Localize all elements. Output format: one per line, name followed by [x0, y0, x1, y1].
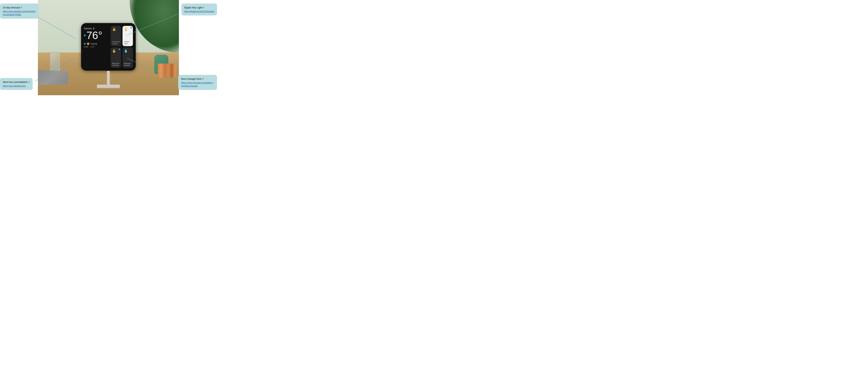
location-arrow-icon: [92, 28, 94, 29]
page-wrapper: Sonoma 76° ☀️ Sunny H: [0, 0, 217, 95]
weather-temperature: 76°: [84, 30, 108, 41]
forecast-title: 10-day forecast =: [3, 6, 36, 9]
sprinkler-label: BackyardSprinkler: [124, 63, 131, 66]
smart-home-tiles: 🔒 Front DoorLocked 💡 KitchenLight: [111, 26, 133, 68]
temp-value: 76°: [86, 30, 102, 41]
elgato-title: Elgato Key Light =: [184, 6, 214, 9]
stand-pole: [107, 71, 110, 85]
weather-condition: ☀️ Sunny: [84, 42, 108, 45]
precip-link[interactable]: https://api.weather.gov: [3, 84, 30, 88]
condition-text: Sunny: [91, 42, 97, 45]
precip-title: Next-hour precipitation =: [3, 80, 30, 84]
device-photo: Sonoma 76° ☀️ Sunny H: [38, 0, 179, 95]
iphone-body: Sonoma 76° ☀️ Sunny H: [81, 23, 136, 71]
back-door-tile[interactable]: 🔓 Back DoorUnlocked: [111, 47, 121, 68]
sprinkler-tile[interactable]: 💧 BackyardSprinkler: [123, 47, 133, 68]
nexx-link[interactable]: https://nexx-domain.simpaltek.com/NexxGa…: [181, 81, 214, 88]
back-door-label: Back DoorUnlocked: [112, 63, 120, 66]
annotation-elgato: Elgato Key Light = http://elgato.local:9…: [181, 3, 217, 15]
iphone-screen: Sonoma 76° ☀️ Sunny H: [84, 26, 133, 68]
sprinkler-icon: 💧: [124, 49, 131, 53]
weather-high: H:88°: [84, 46, 89, 48]
lock-icon: 🔒: [112, 27, 120, 31]
back-door-dot: [119, 48, 120, 50]
books-item: [158, 64, 176, 78]
annotation-10day-forecast: 10-day forecast = https://api.weather.co…: [0, 3, 39, 19]
annotation-precipitation: Next-hour precipitation = https://api.we…: [0, 78, 33, 90]
nexx-title: Nexx Garage Door =: [181, 77, 214, 81]
forecast-link[interactable]: https://api.weather.com/v3/wx/forecast/d…: [3, 10, 36, 16]
weather-section: Sonoma 76° ☀️ Sunny H: [84, 26, 108, 68]
laptop-item: [38, 70, 68, 85]
weather-low: L:57°: [90, 46, 95, 48]
front-door-label: Front DoorLocked: [112, 41, 120, 45]
condition-dot: [84, 43, 86, 45]
elgato-link[interactable]: http://elgato.local:9123/elgato: [184, 10, 214, 13]
weather-highlow: H:88° L:57°: [84, 46, 108, 48]
front-door-tile[interactable]: 🔒 Front DoorLocked: [111, 26, 121, 46]
kitchen-light-tile[interactable]: 💡 KitchenLight: [123, 26, 133, 46]
annotation-nexx-garage: Nexx Garage Door = https://nexx-domain.s…: [178, 75, 217, 90]
weather-dot: [84, 35, 86, 36]
kitchen-light-label: KitchenLight: [124, 41, 131, 45]
iphone-stand: Sonoma 76° ☀️ Sunny H: [79, 23, 138, 88]
stand-base: [97, 85, 120, 88]
active-dot: [130, 27, 132, 28]
sun-icon: ☀️: [86, 42, 90, 45]
